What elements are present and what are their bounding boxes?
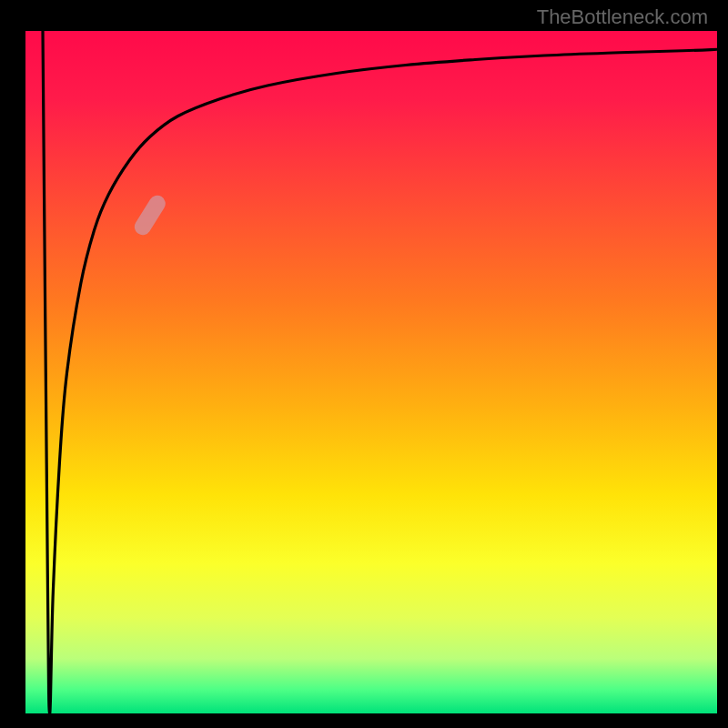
gradient-background (25, 31, 717, 713)
attribution-text: TheBottleneck.com (537, 5, 708, 29)
chart-frame: TheBottleneck.com (0, 0, 728, 728)
bottleneck-curve-chart (0, 0, 728, 728)
